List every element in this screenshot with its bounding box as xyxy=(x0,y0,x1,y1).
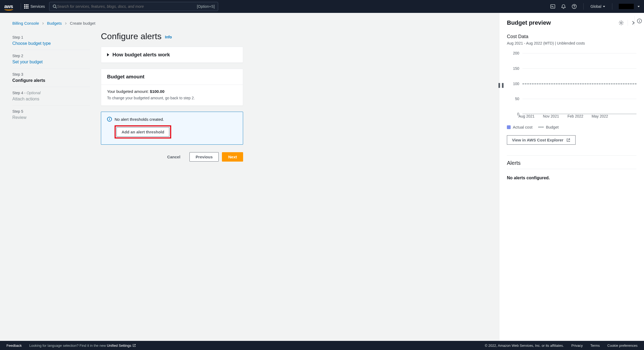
expand-caret-icon xyxy=(107,53,109,56)
divider xyxy=(21,3,21,10)
step-2[interactable]: Step 2 Set your budget xyxy=(12,50,90,68)
info-icon: i xyxy=(107,117,112,122)
external-link-icon xyxy=(132,344,136,347)
search-box[interactable]: [Option+S] xyxy=(49,2,218,11)
legend-budget: Budget xyxy=(538,125,559,129)
alerts-heading: Alerts xyxy=(507,157,636,166)
page-title: Configure alerts Info xyxy=(101,31,243,41)
step-3: Step 3 Configure alerts xyxy=(12,68,90,87)
svg-line-1 xyxy=(56,7,57,8)
services-menu[interactable]: Services xyxy=(24,4,45,9)
step-1[interactable]: Step 1 Choose budget type xyxy=(12,31,90,50)
step-4: Step 4 - Optional Attach actions xyxy=(12,87,90,105)
no-thresholds-text: No alert thresholds created. xyxy=(115,117,164,122)
step-link[interactable]: Set your budget xyxy=(12,60,90,64)
step-5: Step 5 Review xyxy=(12,105,90,124)
step-label: Step 3 xyxy=(12,72,90,76)
view-cost-explorer-button[interactable]: View in AWS Cost Explorer xyxy=(507,135,576,145)
no-alerts-text: No alerts configured. xyxy=(507,176,636,180)
legend-square-icon xyxy=(507,125,511,129)
breadcrumb-budgets[interactable]: Budgets xyxy=(47,21,62,25)
add-alert-threshold-button[interactable]: Add an alert threshold xyxy=(116,127,169,137)
wizard-actions: Cancel Previous Next xyxy=(101,152,243,162)
svg-point-0 xyxy=(53,5,56,8)
chevron-right-icon: › xyxy=(42,20,44,26)
svg-point-7 xyxy=(639,20,640,20)
copyright: © 2022, Amazon Web Services, Inc. or its… xyxy=(485,344,564,348)
cost-data-title: Cost Data xyxy=(507,34,636,39)
legend-actual: Actual cost xyxy=(507,125,532,129)
cookie-preferences-link[interactable]: Cookie preferences xyxy=(607,344,638,348)
caret-down-icon xyxy=(603,6,605,7)
search-input[interactable] xyxy=(57,4,197,9)
chart-legend: Actual cost Budget xyxy=(507,125,636,129)
pause-icon[interactable]: ❚❚ xyxy=(497,82,504,88)
budget-amount-header: Budget amount xyxy=(101,69,243,85)
svg-point-5 xyxy=(620,22,622,24)
footer: Feedback Looking for language selection?… xyxy=(0,341,644,350)
panel-title: Budget preview xyxy=(507,19,619,26)
feedback-link[interactable]: Feedback xyxy=(6,344,22,348)
search-shortcut: [Option+S] xyxy=(197,4,215,9)
grid-icon xyxy=(24,4,28,9)
budgeted-amount: Your budgeted amount: $100.00 xyxy=(107,89,237,94)
step-link[interactable]: Choose budget type xyxy=(12,41,90,46)
step-disabled: Review xyxy=(12,115,90,120)
svg-point-4 xyxy=(574,8,575,8)
step-label: Step 2 xyxy=(12,54,90,58)
budget-hint: To change your budgeted amount, go back … xyxy=(107,96,237,100)
cost-chart: ❚❚ 050100150200 Aug 2021Nov 2021Feb 2022… xyxy=(502,50,636,120)
cloudshell-icon[interactable] xyxy=(548,2,558,11)
breadcrumb: Billing Console › Budgets › Create budge… xyxy=(12,20,492,26)
next-button[interactable]: Next xyxy=(222,152,243,162)
how-alerts-title: How budget alerts work xyxy=(112,52,170,58)
aws-logo[interactable]: aws xyxy=(4,4,13,9)
top-nav: aws Services [Option+S] Global xyxy=(0,0,644,13)
previous-button[interactable]: Previous xyxy=(189,152,219,162)
divider xyxy=(612,3,612,10)
help-icon[interactable] xyxy=(569,2,579,11)
step-disabled: Attach actions xyxy=(12,97,90,101)
services-label: Services xyxy=(31,4,45,9)
search-icon xyxy=(53,4,57,9)
svg-rect-8 xyxy=(639,21,640,22)
step-label: Step 4 - Optional xyxy=(12,91,90,95)
gear-icon[interactable] xyxy=(619,20,624,25)
breadcrumb-billing[interactable]: Billing Console xyxy=(12,21,39,25)
search-wrap: [Option+S] xyxy=(49,2,218,11)
step-label: Step 1 xyxy=(12,35,90,39)
account-menu[interactable] xyxy=(619,4,634,9)
legend-dash-icon xyxy=(538,127,544,127)
cost-data-range: Aug 2021 - Aug 2022 (MTD) | Unblended co… xyxy=(507,41,636,45)
how-alerts-card[interactable]: How budget alerts work xyxy=(101,47,243,63)
cancel-button[interactable]: Cancel xyxy=(161,152,186,162)
terms-link[interactable]: Terms xyxy=(590,344,600,348)
step-current: Configure alerts xyxy=(12,78,90,83)
wizard-steps: Step 1 Choose budget type Step 2 Set you… xyxy=(12,31,90,124)
budget-preview-panel: Budget preview Cost Data Aug 2021 - Aug … xyxy=(499,13,644,341)
region-selector[interactable]: Global xyxy=(588,4,608,9)
highlight-box: Add an alert threshold xyxy=(115,125,171,138)
chevron-right-icon: › xyxy=(65,20,67,26)
language-prompt: Looking for language selection? Find it … xyxy=(29,344,136,348)
caret-down-icon xyxy=(638,6,640,7)
info-tab-icon[interactable] xyxy=(634,16,644,26)
unified-settings-link[interactable]: Unified Settings xyxy=(107,344,136,348)
notifications-icon[interactable] xyxy=(559,2,568,11)
no-thresholds-info: i No alert thresholds created. Add an al… xyxy=(101,112,243,145)
info-link[interactable]: Info xyxy=(165,35,172,39)
topnav-right: Global xyxy=(548,2,640,11)
region-label: Global xyxy=(591,4,601,9)
step-label: Step 5 xyxy=(12,109,90,114)
external-link-icon xyxy=(566,138,570,142)
breadcrumb-current: Create budget xyxy=(70,21,95,25)
privacy-link[interactable]: Privacy xyxy=(571,344,583,348)
divider xyxy=(583,3,584,10)
budget-amount-card: Budget amount Your budgeted amount: $100… xyxy=(101,69,243,106)
